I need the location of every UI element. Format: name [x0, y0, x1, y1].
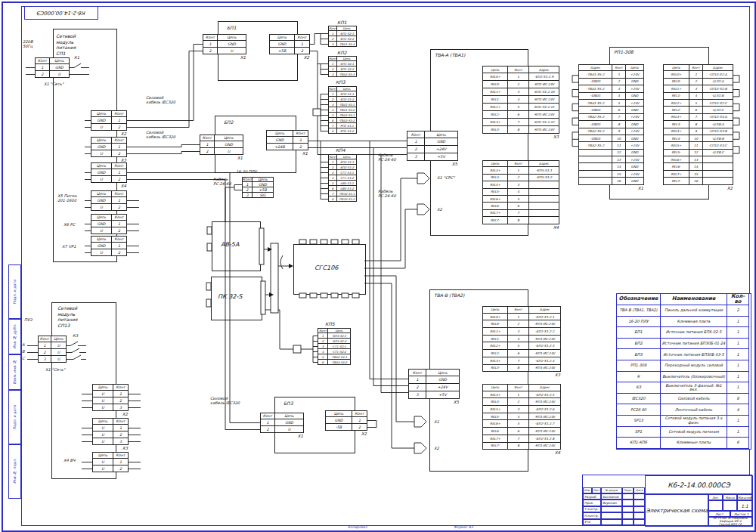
connector-row: 14GND [578, 163, 644, 170]
backplane-bar [271, 243, 278, 313]
connector-cell: REL1+ [663, 85, 689, 92]
connector-cell [578, 171, 612, 178]
connector-cell: 8 [328, 196, 337, 202]
connector-cell: U [215, 148, 243, 155]
connector-cell: -СП13-Х2:С [703, 100, 733, 107]
inline-connector [293, 345, 301, 353]
connector-row: КонтЦепь [200, 135, 243, 141]
connector-row: REL4-2-КП1-ИС:24V [482, 398, 561, 406]
connector-cell: -СГС-Х1:2 [337, 175, 357, 181]
connector-cell [529, 217, 559, 224]
connector-cell: Цепь [337, 86, 357, 91]
spec-cell: РС26-60 [617, 404, 661, 416]
connector-cell: 4 [328, 175, 337, 181]
connector-cell: 1 [113, 391, 129, 397]
connector-cell: REL1+ [482, 328, 508, 336]
connector-cell: Конт [612, 64, 626, 71]
connector-row: ЦепьКонт [325, 410, 367, 417]
connector-cell: Цепь [626, 64, 644, 71]
connector-cell: Конт [112, 162, 127, 169]
side-stamp: Подп. и дата [8, 264, 21, 319]
connector-cell: REL5- [482, 189, 508, 196]
signature-row: Т.контр. [583, 506, 645, 512]
connector-cell: 5 [689, 100, 703, 107]
spec-cell: 4 [727, 404, 749, 416]
connector-cell: -GND1 [578, 135, 612, 142]
connector-row: GND1 [91, 221, 127, 227]
connector-row: 15+24V [578, 171, 644, 178]
connector-cell: -Ц:ХВ:В [703, 135, 733, 142]
connector-cell: 8 [508, 365, 529, 373]
connector-cell: 1 [508, 73, 529, 81]
connector-row: REL6+13 [663, 156, 733, 163]
connector-cell: -ТВА2-Х4:2 [328, 360, 351, 365]
connector-row: REL3-8-Ц:ХВ:А [663, 121, 733, 128]
connector-cell: Цепь [425, 131, 458, 138]
title-block-doc-number: К6-2-14.00.000СЭ [645, 475, 753, 495]
connector-cell: -КП1-ИС:24V [529, 81, 559, 88]
connector-cell: -БП2-Х1:2.11 [529, 104, 559, 111]
label-x1-net: Х1 "Сеть" [44, 82, 64, 86]
connector-cell: 11 [689, 142, 703, 149]
connector-cell: Конт [352, 410, 367, 417]
connector-cell: 5 [508, 342, 529, 350]
connector-row: REL1+3-БП2-Х1:2.2 [482, 328, 561, 336]
connector-cell: -СП13-Х3:С [703, 142, 733, 149]
connector-cell: GND [269, 41, 295, 48]
connector-cell: REL2+ [482, 104, 508, 111]
connector-cell: 4 [689, 93, 703, 100]
connector-row: U2 [91, 204, 127, 211]
connector-row: 5-ТВА2-Х4:1 [318, 354, 351, 360]
connector-table-bp1-x2: ЦепьКонтGND1+5В2Х2 [269, 34, 310, 54]
spec-cell: Источник питания БП6-02-5 [661, 327, 727, 339]
spec-cell: Выключатель (блокировочный) [661, 372, 727, 383]
connector-row: U2 [91, 150, 127, 157]
connector-cell: Конт [242, 177, 253, 182]
connector-cell [578, 163, 612, 170]
connector-label: Х2 [121, 131, 126, 136]
connector-label: Х3 [122, 446, 128, 450]
connector-cell: REL4+ [663, 128, 689, 135]
connector-cell: GND [91, 144, 112, 150]
connector-cell: 1 [508, 391, 529, 399]
connector-cell: 2 [508, 81, 529, 88]
connector-cell: Цепь [337, 56, 357, 61]
org-line: Группа ИУ4-72 [719, 523, 742, 526]
connector-cell: REL6- [482, 428, 508, 435]
connector-cell: U [91, 176, 112, 183]
connector-cell: U [91, 124, 112, 131]
connector-cell: REL2+ [482, 342, 508, 350]
connector-cell: Цепь [91, 162, 112, 169]
connector-cell: -ТВА1-Х5:3 [337, 42, 357, 47]
connector-row: -GND18GND [578, 121, 644, 128]
block-title-bp3: БП3 [284, 401, 293, 407]
connector-cell: 7 [328, 123, 337, 128]
label-x4-vch: Х4 ВЧ [64, 458, 76, 462]
connector-cell: 12 [612, 150, 626, 156]
connector-row: -5В2 [325, 424, 367, 431]
connector-cell: 1 [112, 243, 127, 249]
connector-cell: Конт [200, 135, 215, 141]
connector-cell: GND [426, 376, 460, 384]
connector-cell: REL7- [482, 217, 508, 224]
connector-cell: -ТВА2-Х5:2 [578, 114, 612, 121]
connector-cell: -БП2-Х1:2.9 [529, 73, 559, 81]
connector-row: -GND16GND [578, 107, 644, 113]
connector-cell: Адрес [529, 160, 559, 167]
connector-cell: REL1- [482, 336, 508, 343]
signature-row: Утв. [583, 519, 645, 525]
connector-row: -ТВА2-Х5:211+24V [578, 142, 644, 149]
connector-cell: 2 [113, 397, 129, 404]
connector-cell: -СГС-Х2:2 [328, 349, 351, 354]
connector-cell: Адрес [703, 64, 733, 71]
connector-cell: -ТВА2-Х5:3 [337, 72, 357, 77]
connector-cell: 6 [328, 186, 337, 191]
signature-row: Н.контр. [583, 512, 645, 518]
block-title-bp1: БП1 [227, 25, 236, 31]
connector-cell: 1 [203, 41, 218, 48]
spec-cell: Клеммные платы [661, 438, 727, 449]
connector-cell: 2 [112, 204, 127, 211]
change-header-row: Изм. Лист № докум. Подп. Дата [583, 487, 645, 493]
connector-cell: 1 [407, 138, 425, 146]
connector-cell: 4 [612, 93, 626, 100]
